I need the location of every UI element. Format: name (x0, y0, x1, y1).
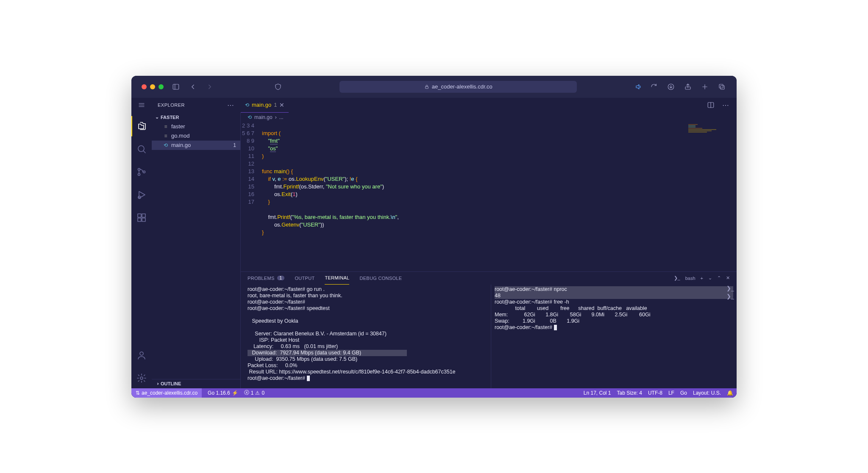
tab-problems[interactable]: PROBLEMS 1 (248, 272, 284, 285)
svg-line-17 (143, 151, 145, 153)
cursor-position[interactable]: Ln 17, Col 1 (584, 390, 611, 396)
activity-bar (131, 113, 152, 388)
close-window-button[interactable] (142, 84, 147, 89)
sidebar-toggle-icon[interactable] (171, 82, 181, 91)
svg-rect-24 (142, 214, 145, 217)
svg-rect-26 (142, 218, 145, 221)
folder-header[interactable]: ⌄ FASTER (152, 113, 240, 122)
back-button[interactable] (188, 82, 198, 91)
keyboard-layout[interactable]: Layout: U.S. (693, 390, 721, 396)
minimize-window-button[interactable] (150, 84, 155, 89)
folder-name: FASTER (161, 115, 179, 120)
file-label: faster (171, 123, 185, 130)
debug-icon[interactable] (131, 185, 152, 205)
maximize-panel-icon[interactable]: ⌃ (717, 275, 721, 281)
outline-label: OUTLINE (161, 381, 181, 386)
file-icon: ≡ (163, 124, 169, 130)
svg-point-27 (140, 352, 143, 355)
bottom-panel: PROBLEMS 1 OUTPUT TERMINAL DEBUG CONSOLE… (241, 271, 737, 388)
account-icon[interactable] (131, 345, 152, 365)
share-icon[interactable] (683, 82, 693, 91)
search-icon[interactable] (131, 139, 152, 159)
file-faster[interactable]: ≡ faster (152, 122, 240, 131)
bell-icon[interactable]: 🔔 (727, 390, 733, 396)
tab-debug-console[interactable]: DEBUG CONSOLE (359, 272, 402, 285)
problems-status[interactable]: ⓧ 1 ⚠ 0 (244, 389, 264, 396)
new-terminal-icon[interactable]: + (701, 276, 703, 281)
terminal-shell-icon[interactable]: ❯_ (674, 275, 680, 281)
eol[interactable]: LF (668, 390, 674, 396)
svg-rect-10 (721, 86, 724, 89)
tab-main-go[interactable]: ⟲ main.go 1 ✕ (241, 98, 289, 113)
close-tab-icon[interactable]: ✕ (279, 102, 284, 108)
tab-filename: main.go (252, 102, 271, 108)
line-gutter: 2 3 4 5 6 7 8 9 10 11 12 13 14 15 16 17 (241, 122, 262, 271)
split-editor-icon[interactable] (706, 100, 715, 110)
svg-rect-0 (173, 84, 179, 89)
explorer-icon[interactable] (131, 116, 152, 136)
file-go-mod[interactable]: ≡ go.mod (152, 131, 240, 141)
go-file-icon: ⟲ (248, 114, 252, 120)
terminal-1[interactable]: root@ae-coder:~/faster# go run . root, b… (241, 285, 491, 388)
lightning-icon: ⚡ (232, 390, 238, 396)
explorer-header: EXPLORER ⋯ (152, 98, 241, 113)
svg-rect-9 (719, 84, 723, 88)
audio-icon[interactable] (634, 82, 643, 91)
error-icon: ⓧ (244, 389, 249, 396)
svg-point-28 (140, 377, 143, 379)
shield-icon[interactable] (273, 82, 283, 91)
reload-button[interactable] (649, 82, 659, 91)
file-icon: ≡ (163, 133, 169, 139)
url-text: ae_coder-alexellis.cdr.co (432, 83, 492, 90)
svg-rect-2 (425, 86, 428, 89)
breadcrumb[interactable]: ⟲ main.go › ... (241, 113, 737, 122)
terminal-dropdown-icon[interactable]: ⌄ (708, 275, 712, 281)
breadcrumb-rest: ... (279, 114, 284, 120)
tab-size[interactable]: Tab Size: 4 (617, 390, 642, 396)
download-line-highlight: Download: 7927.94 Mbps (data used: 9.4 G… (248, 350, 407, 356)
new-tab-icon[interactable] (700, 82, 709, 91)
outline-header[interactable]: ⌄ OUTLINE (152, 379, 240, 388)
breadcrumb-file: main.go (254, 114, 273, 120)
go-version[interactable]: Go 1.16.6 ⚡ (208, 390, 238, 396)
tab-terminal[interactable]: TERMINAL (325, 272, 349, 285)
chevron-right-icon: › (275, 114, 277, 120)
remote-indicator[interactable]: ⇅ ae_coder-alexellis.cdr.co (131, 388, 202, 398)
svg-point-20 (143, 171, 145, 173)
download-icon[interactable] (666, 82, 676, 91)
code-editor[interactable]: 2 3 4 5 6 7 8 9 10 11 12 13 14 15 16 17 … (241, 122, 737, 271)
explorer-more-icon[interactable]: ⋯ (227, 101, 235, 109)
forward-button[interactable] (205, 82, 214, 91)
terminal-pane-icon[interactable]: ❯_ (726, 293, 734, 300)
cursor (554, 325, 557, 330)
maximize-window-button[interactable] (159, 84, 164, 89)
browser-titlebar: ae_coder-alexellis.cdr.co (131, 76, 737, 98)
source-control-icon[interactable] (131, 162, 152, 182)
url-bar[interactable]: ae_coder-alexellis.cdr.co (339, 81, 577, 93)
encoding[interactable]: UTF-8 (648, 390, 662, 396)
file-label: main.go (171, 142, 191, 148)
language-mode[interactable]: Go (680, 390, 687, 396)
shell-name: bash (685, 276, 696, 281)
svg-marker-3 (636, 84, 639, 89)
minimap[interactable] (688, 124, 735, 141)
close-panel-icon[interactable]: ✕ (726, 275, 730, 281)
explorer-title: EXPLORER (158, 102, 185, 108)
tab-output[interactable]: OUTPUT (295, 272, 314, 285)
terminal-pane-icon[interactable]: ❯_ (726, 285, 734, 292)
extensions-icon[interactable] (131, 207, 152, 228)
remote-icon: ⇅ (136, 390, 140, 396)
settings-gear-icon[interactable] (131, 368, 152, 388)
sidebar: ⌄ FASTER ≡ faster ≡ go.mod ⟲ main.go 1 (152, 113, 241, 388)
file-label: go.mod (171, 133, 189, 139)
file-main-go[interactable]: ⟲ main.go 1 (152, 141, 240, 150)
chevron-down-icon: ⌄ (155, 114, 159, 120)
go-file-icon: ⟲ (245, 102, 249, 108)
selection-highlight: root@ae-coder:~/faster# nproc 48 (495, 286, 733, 299)
panel-tabs: PROBLEMS 1 OUTPUT TERMINAL DEBUG CONSOLE… (241, 272, 737, 285)
menu-button[interactable] (131, 98, 152, 113)
tabs-overview-icon[interactable] (717, 82, 726, 91)
editor-more-icon[interactable]: ⋯ (722, 101, 730, 109)
terminal-2[interactable]: root@ae-coder:~/faster# nproc 48 root@ae… (491, 285, 737, 388)
code-content[interactable]: import ( "fmt" "os" ) func main() { if v… (262, 122, 737, 271)
